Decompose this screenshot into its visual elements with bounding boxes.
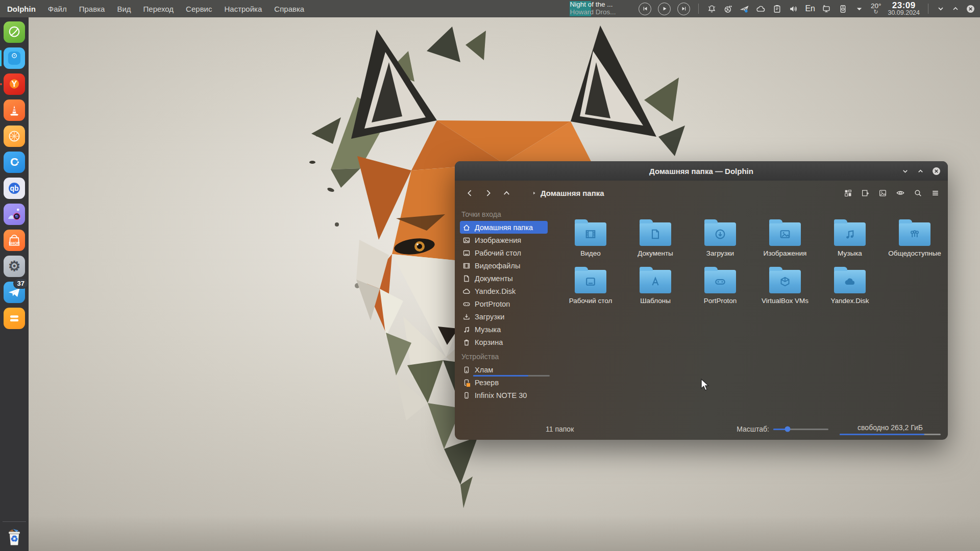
details-view-button[interactable] (861, 189, 870, 197)
zoom-slider[interactable] (773, 429, 828, 430)
sidebar-place-item[interactable]: Yandex.Disk (460, 285, 548, 297)
preview-toggle-button[interactable] (878, 189, 887, 197)
sidebar-place-item[interactable]: Корзина (460, 336, 548, 348)
folder-icon (769, 270, 801, 293)
folder-item[interactable]: VirtualBox VMs (754, 266, 816, 305)
notifications-bell-icon[interactable] (707, 4, 717, 14)
menu-item[interactable]: Вид (117, 5, 131, 13)
folder-view[interactable]: Видео Документы Загрузки (548, 205, 953, 420)
media-play-button[interactable] (658, 3, 671, 15)
keyboard-layout-indicator[interactable]: En (805, 4, 815, 13)
folder-emblem-icon (714, 276, 726, 288)
folder-emblem-icon (649, 228, 662, 240)
sidebar-place-item[interactable]: Домашняя папка (460, 221, 548, 234)
gear-glyph: ⚙ (4, 256, 25, 277)
folder-item[interactable]: PortProton (690, 266, 751, 305)
up-button[interactable] (500, 186, 513, 199)
clock-widget[interactable]: 23:09 30.09.2024 (888, 1, 920, 17)
desktop: { "panel": { "menu": { "app_label": "Dol… (0, 0, 980, 551)
shop-label: SHOP (4, 235, 25, 251)
menu-item[interactable]: Переход (143, 5, 174, 13)
sidebar-place-item[interactable]: Изображения (460, 234, 548, 246)
dock-green-leaf-app-icon[interactable] (4, 21, 25, 43)
menu-item[interactable]: Файл (48, 5, 67, 13)
devices-list: Хлам Резерв Infinix NOTE 30 (460, 363, 548, 402)
zoom-slider-knob[interactable] (785, 427, 791, 432)
folder-item[interactable]: Загрузки (690, 218, 751, 258)
sidebar-place-item[interactable]: Рабочий стол (460, 246, 548, 259)
kdeconnect-icon[interactable] (822, 4, 831, 14)
weather-widget[interactable]: 20° ↻ (871, 3, 881, 15)
forward-button[interactable] (481, 186, 495, 199)
mouse-cursor (700, 379, 712, 392)
window-maximize-button[interactable] (917, 167, 924, 175)
sidebar-device-item[interactable]: Хлам (460, 363, 548, 376)
sidebar-device-item[interactable]: Infinix NOTE 30 (460, 389, 548, 402)
sidebar-place-item[interactable]: PortProton (460, 297, 548, 310)
panel-window-minimize-button[interactable] (937, 5, 945, 13)
dock-vlc-icon[interactable] (4, 99, 25, 121)
media-widget[interactable]: Night of the ... Howard Dros... (570, 1, 632, 16)
dock-settings-gear-icon[interactable]: ⚙ (4, 256, 25, 277)
dock-active-blue-app-icon[interactable] (4, 47, 25, 69)
telegram-tray-icon[interactable] (740, 4, 749, 14)
tray-expand-chevron-icon[interactable] (854, 4, 864, 14)
folder-icon (575, 270, 606, 293)
dock-trash-icon[interactable]: ♻ (4, 527, 25, 548)
cloud-sync-icon[interactable] (756, 4, 766, 14)
active-app-title[interactable]: Dolphin (7, 5, 36, 13)
media-prev-button[interactable] (639, 3, 651, 15)
folder-item[interactable]: Видео (560, 218, 621, 258)
folder-item[interactable]: Шаблоны (625, 266, 686, 305)
breadcrumb[interactable]: Домашняя папка (531, 189, 604, 197)
sidebar-place-item[interactable]: Видеофайлы (460, 259, 548, 272)
dock-app-store-icon[interactable]: SHOP (4, 230, 25, 251)
panel-window-maximize-button[interactable] (951, 5, 960, 13)
clipboard-icon[interactable] (772, 4, 782, 14)
folder-icon (575, 222, 606, 246)
sidebar-place-item[interactable]: Документы (460, 272, 548, 285)
menu-item[interactable]: Правка (79, 5, 105, 13)
folder-item[interactable]: Yandex.Disk (819, 266, 880, 305)
dock-orange-lines-app-icon[interactable] (4, 308, 25, 329)
menu-item[interactable]: Сервис (186, 5, 212, 13)
volume-icon[interactable] (789, 4, 798, 14)
tray-separator (698, 4, 699, 14)
folder-item[interactable]: Изображения (754, 218, 816, 258)
menu-item[interactable]: Настройка (224, 5, 262, 13)
back-button[interactable] (463, 186, 476, 199)
window-shade-button[interactable] (901, 167, 909, 175)
folder-label: Шаблоны (640, 297, 671, 305)
folder-item[interactable]: Общедоступные (884, 218, 945, 258)
device-camera-icon[interactable] (838, 4, 848, 14)
sidebar-place-item[interactable]: Музыка (460, 323, 548, 336)
search-button[interactable] (914, 189, 922, 197)
dock-yandex-music-icon[interactable]: Y (4, 73, 25, 95)
media-next-button[interactable] (677, 3, 690, 15)
top-panel: Dolphin ФайлПравкаВидПереходСервисНастро… (0, 0, 980, 17)
folder-emblem-icon (714, 228, 726, 240)
dock-telegram-icon[interactable]: 37 (4, 282, 25, 303)
dock-cider-orange-icon[interactable] (4, 126, 25, 147)
panel-window-close-button[interactable] (966, 5, 975, 13)
dock-c-blue-app-icon[interactable]: C (4, 152, 25, 173)
hamburger-menu-button[interactable] (931, 189, 940, 197)
folder-label: Загрузки (706, 249, 734, 258)
folder-item[interactable]: Документы (625, 218, 686, 258)
icons-view-button[interactable] (844, 189, 852, 197)
dock-qbittorrent-icon[interactable]: qb (4, 178, 25, 199)
sidebar-device-item[interactable]: Резерв (460, 376, 548, 389)
places-list: Домашняя папка Изображения Рабочий с (460, 221, 548, 348)
sidebar-place-item[interactable]: Загрузки (460, 310, 548, 323)
folder-grid: Видео Документы Загрузки (560, 218, 949, 305)
folder-item[interactable]: Музыка (819, 218, 880, 258)
show-preview-eye-button[interactable] (896, 188, 905, 197)
folder-icon (899, 222, 930, 246)
folder-item[interactable]: Рабочий стол (560, 266, 621, 305)
system-monitor-wheel-icon[interactable] (723, 4, 733, 14)
window-close-button[interactable] (932, 167, 941, 176)
window-titlebar[interactable]: Домашняя папка — Dolphin (455, 161, 948, 181)
dock-photos-app-icon[interactable] (4, 204, 25, 225)
menu-item[interactable]: Справка (274, 5, 304, 13)
free-space-bar (840, 434, 941, 435)
